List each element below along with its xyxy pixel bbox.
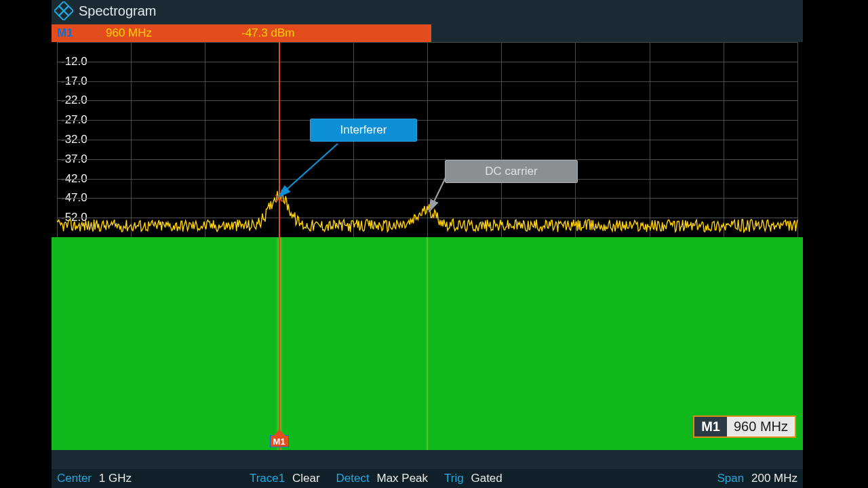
status-trace-label: Trace1 [250,472,285,485]
status-trig[interactable]: Trig Gated [444,472,502,485]
status-trig-value: Gated [471,472,502,485]
status-center[interactable]: Center 1 GHz [57,472,132,485]
marker-frequency: 960 MHz [106,26,241,40]
svg-rect-0 [59,1,68,11]
spectrogram-app: Spectrogram M1 960 MHz -47.3 dBm -12.0-1… [52,0,803,488]
interferer-label: Interferer [340,123,387,136]
waterfall-marker-flag[interactable]: M1 [270,435,289,447]
interferer-callout: Interferer [310,119,417,142]
status-detect[interactable]: Detect Max Peak [336,472,428,485]
status-bar: Center 1 GHz Trace1 Clear Detect Max Pea… [52,469,803,488]
status-detect-value: Max Peak [376,472,428,485]
spectrum-trace [52,42,803,237]
status-trace-value: Clear [292,472,320,485]
status-span-label: Span [717,472,745,485]
window-title: Spectrogram [79,3,157,19]
dc-carrier-label: DC carrier [485,165,537,178]
status-detect-label: Detect [336,472,370,485]
svg-rect-2 [54,6,64,16]
status-span[interactable]: Span 200 MHz [717,472,797,485]
brand-logo-icon [54,1,73,20]
status-trig-label: Trig [444,472,464,485]
marker-vertical-line[interactable] [279,42,280,237]
marker-power: -47.3 dBm [241,26,294,40]
marker-badge-freq: 960 MHz [727,417,795,436]
dc-carrier-callout: DC carrier [445,160,578,183]
waterfall-display[interactable]: M1 M1 960 MHz [52,237,803,450]
marker-badge-id: M1 [694,417,727,436]
waterfall-dc-line [426,237,429,450]
title-bar: Spectrogram [52,0,803,22]
status-span-value: 200 MHz [751,472,797,485]
marker-id: M1 [52,26,106,40]
waterfall-marker-flag-text: M1 [273,436,285,447]
spectrum-display[interactable]: -12.0-17.0-22.0-27.0-32.0-37.0-42.0-47.0… [52,42,803,237]
plot-area: -12.0-17.0-22.0-27.0-32.0-37.0-42.0-47.0… [52,42,803,468]
marker-readout-bar[interactable]: M1 960 MHz -47.3 dBm [52,24,431,42]
svg-rect-3 [64,6,73,16]
status-center-value: 1 GHz [99,472,132,485]
waterfall-marker-line[interactable] [279,237,280,450]
marker-badge[interactable]: M1 960 MHz [693,415,796,438]
status-center-label: Center [57,472,92,485]
svg-rect-1 [59,11,68,20]
status-trace[interactable]: Trace1 Clear [250,472,320,485]
